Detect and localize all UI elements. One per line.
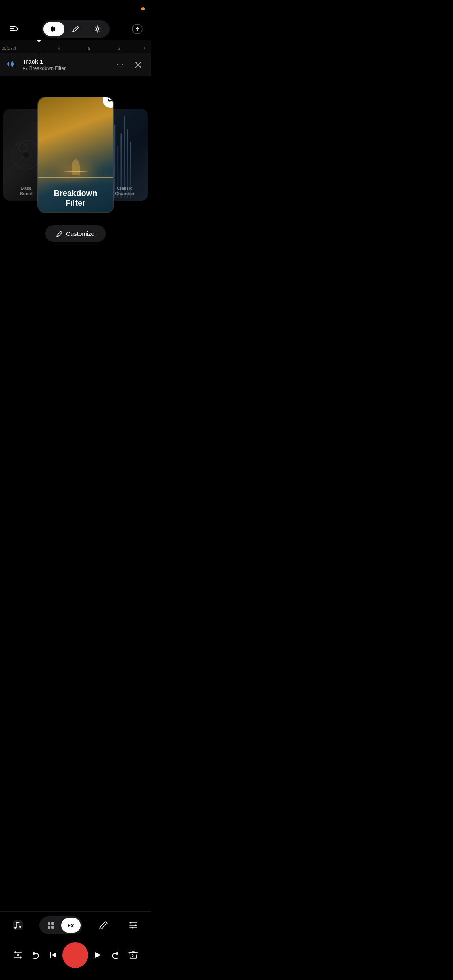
marker-5: 5 <box>88 46 90 51</box>
pencil-nav-button[interactable] <box>95 917 112 933</box>
svg-rect-31 <box>51 926 54 929</box>
fx-nav-label: Fx <box>68 922 74 929</box>
undo-button[interactable] <box>27 947 43 963</box>
svg-rect-18 <box>14 64 15 64</box>
settings-toolbar-button[interactable] <box>87 22 108 36</box>
status-dot <box>141 7 145 10</box>
svg-point-35 <box>130 922 131 924</box>
redo-button[interactable] <box>108 947 124 963</box>
svg-rect-5 <box>52 26 53 32</box>
svg-rect-29 <box>51 922 54 925</box>
more-button[interactable]: ··· <box>114 58 127 71</box>
svg-point-36 <box>135 925 136 926</box>
close-button[interactable] <box>132 58 145 71</box>
svg-rect-43 <box>20 957 21 959</box>
waveform-button[interactable] <box>43 22 64 36</box>
svg-rect-34 <box>129 927 137 928</box>
back-button[interactable] <box>6 22 21 36</box>
svg-point-22 <box>23 152 29 158</box>
track-waveform-icon <box>6 58 18 71</box>
track-fx: Fx Breakdown Filter <box>23 66 114 71</box>
current-time: 00:07.4 <box>2 46 17 51</box>
bottom-section: Fx <box>0 911 151 980</box>
svg-point-37 <box>132 927 133 929</box>
music-note-button[interactable] <box>10 917 26 933</box>
svg-rect-41 <box>15 951 16 953</box>
svg-rect-14 <box>10 61 10 67</box>
marker-7: 7 <box>143 46 145 51</box>
status-bar <box>0 0 151 18</box>
svg-rect-44 <box>50 952 51 958</box>
marker-4: 4 <box>58 46 60 51</box>
grid-nav-button[interactable] <box>41 918 60 933</box>
marker-6: 6 <box>118 46 120 51</box>
fx-card-breakdown-filter[interactable]: BreakdownFilter <box>37 97 114 213</box>
svg-rect-12 <box>7 63 8 65</box>
svg-point-27 <box>19 926 21 928</box>
fx-nav-button[interactable]: Fx <box>61 918 81 933</box>
pencil-toolbar-button[interactable] <box>65 22 86 36</box>
svg-rect-16 <box>12 61 13 67</box>
svg-rect-3 <box>50 28 50 30</box>
breakdown-filter-text: BreakdownFilter <box>43 188 108 208</box>
playhead <box>39 40 39 53</box>
transport-bar <box>0 939 151 980</box>
breakdown-filter-label: BreakdownFilter <box>38 183 113 212</box>
track-actions: ··· <box>114 58 145 71</box>
mixer-button[interactable] <box>10 947 26 963</box>
timeline-ruler: 00:07.4 4 5 6 7 <box>0 40 151 53</box>
bottom-nav: Fx <box>0 911 151 939</box>
playhead-dot <box>37 40 41 42</box>
lines-nav-button[interactable] <box>125 917 141 933</box>
svg-rect-6 <box>53 27 54 31</box>
skip-back-button[interactable] <box>45 947 61 963</box>
fx-carousel: BassBoost <box>0 93 151 217</box>
svg-rect-30 <box>48 926 50 929</box>
track-name: Track 1 <box>23 58 114 65</box>
svg-rect-17 <box>13 63 14 65</box>
svg-rect-0 <box>10 26 16 27</box>
track-header: Track 1 Fx Breakdown Filter ··· <box>0 53 151 76</box>
svg-rect-8 <box>56 28 56 30</box>
play-button[interactable] <box>90 947 106 963</box>
record-button[interactable] <box>62 942 88 968</box>
svg-point-26 <box>14 927 16 929</box>
svg-rect-7 <box>54 27 55 31</box>
upload-button[interactable] <box>130 22 145 36</box>
track-info: Track 1 Fx Breakdown Filter <box>23 58 114 71</box>
toolbar <box>0 18 151 40</box>
svg-rect-9 <box>57 29 58 29</box>
svg-rect-15 <box>11 62 12 66</box>
svg-rect-2 <box>10 30 16 31</box>
nav-center-group: Fx <box>39 916 82 934</box>
fx-name: Breakdown Filter <box>29 66 66 71</box>
svg-rect-4 <box>51 27 52 31</box>
toolbar-center <box>42 20 110 38</box>
fx-badge: Fx <box>23 66 28 71</box>
clear-button[interactable] <box>125 947 141 963</box>
svg-rect-1 <box>10 28 14 29</box>
main-content: BassBoost <box>0 76 151 250</box>
svg-rect-42 <box>17 954 19 956</box>
customize-label: Customize <box>66 230 95 237</box>
svg-rect-13 <box>8 62 9 66</box>
fx-carousel-container: BassBoost <box>0 76 151 250</box>
svg-rect-28 <box>48 922 50 925</box>
svg-point-10 <box>96 28 99 30</box>
customize-button[interactable]: Customize <box>45 225 106 242</box>
